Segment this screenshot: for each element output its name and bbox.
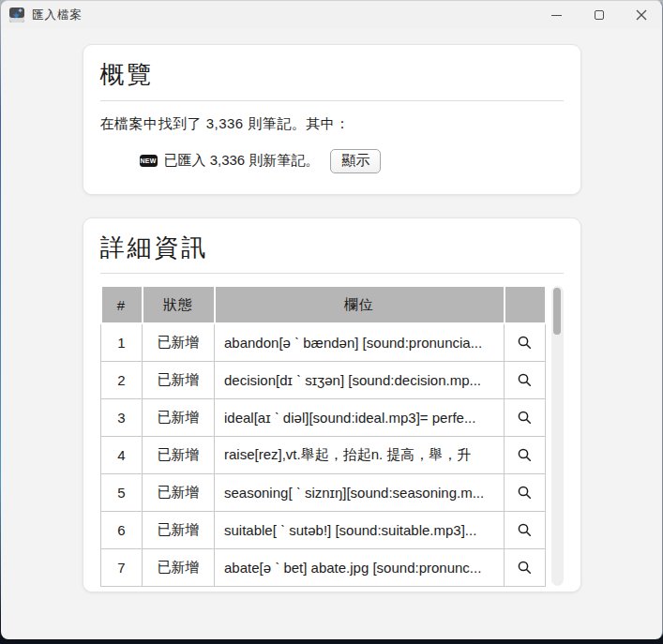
row-number: 3 <box>101 398 143 436</box>
row-field: decision[dɪ ˋ sɪʒən] [sound:decision.mp.… <box>215 361 505 398</box>
row-status: 已新增 <box>143 398 215 436</box>
import-log-content: 概覽 在檔案中找到了 3,336 則筆記。其中： NEW 已匯入 3,336 則… <box>1 29 662 592</box>
maximize-icon <box>595 10 604 20</box>
search-icon[interactable] <box>517 522 533 538</box>
row-field: raise[rez],vt.舉起，抬起n. 提高，舉，升 <box>215 436 505 473</box>
search-icon[interactable] <box>517 560 533 576</box>
row-search-cell[interactable] <box>505 473 546 511</box>
row-number: 2 <box>101 361 143 398</box>
search-icon[interactable] <box>517 410 533 426</box>
search-icon[interactable] <box>517 485 533 501</box>
minimize-button[interactable] <box>535 1 578 29</box>
table-row: 6 已新增 suitable[ ˋ sutəb!] [sound:suitabl… <box>101 511 546 548</box>
overview-card: 概覽 在檔案中找到了 3,336 則筆記。其中： NEW 已匯入 3,336 則… <box>83 44 581 195</box>
details-table-scroll[interactable]: # 狀態 欄位 1 已新增 <box>100 285 547 587</box>
table-row: 2 已新增 decision[dɪ ˋ sɪʒən] [sound:decisi… <box>101 361 546 398</box>
close-icon <box>636 9 647 21</box>
details-card: 詳細資訊 # 狀態 <box>83 217 581 593</box>
table-row: 7 已新增 abate[ə ˋ bet] abate.jpg [sound:pr… <box>101 548 546 586</box>
row-status: 已新增 <box>143 473 215 511</box>
new-notes-line: NEW 已匯入 3,336 則新筆記。 顯示 <box>140 149 564 173</box>
details-divider <box>100 273 564 274</box>
header-actions <box>505 286 546 323</box>
row-field: ideal[aɪ ˋ diəl][sound:ideal.mp3]= perfe… <box>215 398 505 436</box>
header-number: # <box>101 286 143 323</box>
overview-divider <box>100 100 564 101</box>
desktop-background: ✦ ★ 匯入檔案 概覽 <box>0 0 663 644</box>
row-status: 已新增 <box>143 436 215 473</box>
new-notes-text: 已匯入 3,336 則新筆記。 <box>164 152 320 170</box>
header-status: 狀態 <box>143 286 215 323</box>
row-search-cell[interactable] <box>505 398 546 436</box>
row-number: 6 <box>101 511 143 548</box>
table-scrollbar[interactable] <box>551 286 564 586</box>
overview-title: 概覽 <box>100 59 564 90</box>
search-icon[interactable] <box>517 447 533 463</box>
close-button[interactable] <box>620 1 662 29</box>
maximize-button[interactable] <box>578 1 620 29</box>
row-search-cell[interactable] <box>505 436 546 473</box>
details-title: 詳細資訊 <box>100 232 564 263</box>
table-header-row: # 狀態 欄位 <box>101 286 546 323</box>
table-row: 4 已新增 raise[rez],vt.舉起，抬起n. 提高，舉，升 <box>101 436 546 473</box>
row-number: 4 <box>101 436 143 473</box>
row-search-cell[interactable] <box>505 511 546 548</box>
row-number: 5 <box>101 473 143 511</box>
row-search-cell[interactable] <box>505 361 546 398</box>
search-icon[interactable] <box>517 335 533 351</box>
row-number: 7 <box>101 548 143 586</box>
details-table-area: # 狀態 欄位 1 已新增 <box>100 285 564 587</box>
row-search-cell[interactable] <box>505 323 546 361</box>
row-search-cell[interactable] <box>505 548 546 586</box>
overview-summary: 在檔案中找到了 3,336 則筆記。其中： <box>100 115 564 133</box>
row-status: 已新增 <box>143 361 215 398</box>
row-status: 已新增 <box>143 323 215 361</box>
row-status: 已新增 <box>143 511 215 548</box>
search-icon[interactable] <box>517 372 533 388</box>
row-field: abandon[ə ˋ bændən] [sound:pronuncia... <box>215 323 505 361</box>
row-field: seasoning[ ˋ siznɪŋ][sound:seasoning.m..… <box>215 473 505 511</box>
row-number: 1 <box>101 323 143 361</box>
import-log-table: # 狀態 欄位 1 已新增 <box>100 285 547 587</box>
table-row: 1 已新增 abandon[ə ˋ bændən] [sound:pronunc… <box>101 323 546 361</box>
titlebar: ✦ ★ 匯入檔案 <box>1 1 662 29</box>
new-badge-icon: NEW <box>140 155 158 167</box>
anki-app-icon: ✦ ★ <box>9 7 24 22</box>
row-field: abate[ə ˋ bet] abate.jpg [sound:pronunc.… <box>215 548 505 586</box>
import-file-window: ✦ ★ 匯入檔案 概覽 <box>1 0 663 639</box>
window-title: 匯入檔案 <box>32 7 83 23</box>
show-button[interactable]: 顯示 <box>330 149 381 173</box>
header-field: 欄位 <box>215 286 505 323</box>
row-field: suitable[ ˋ sutəb!] [sound:suitable.mp3]… <box>215 511 505 548</box>
table-row: 5 已新增 seasoning[ ˋ siznɪŋ][sound:seasoni… <box>101 473 546 511</box>
minimize-icon <box>551 15 562 16</box>
table-row: 3 已新增 ideal[aɪ ˋ diəl][sound:ideal.mp3]=… <box>101 398 546 436</box>
row-status: 已新增 <box>143 548 215 586</box>
table-scrollbar-thumb[interactable] <box>553 288 561 335</box>
